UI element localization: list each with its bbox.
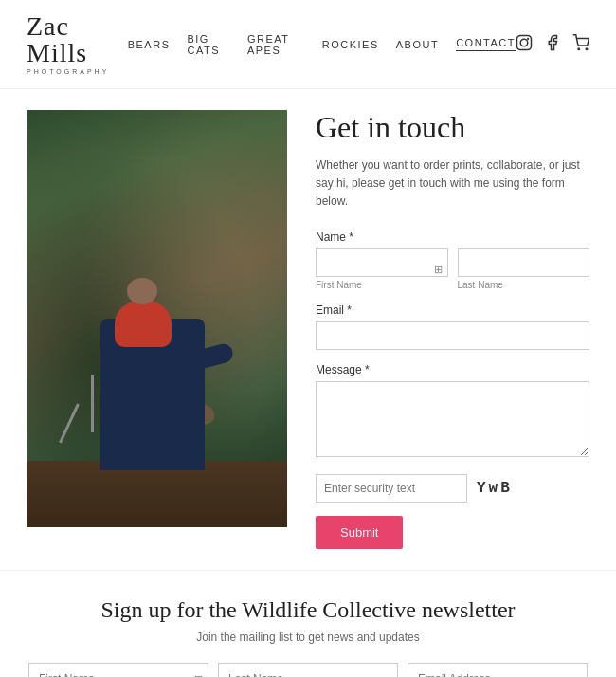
hero-image [27, 110, 287, 527]
captcha-code: YwB [477, 480, 513, 497]
contact-submit-button[interactable]: Submit [316, 516, 403, 549]
name-group: Name * ⊞ First Name Last Name [316, 230, 589, 290]
newsletter-first-name-icon: ⊞ [194, 672, 203, 677]
newsletter-last-name-wrap [218, 663, 398, 677]
svg-point-4 [586, 48, 588, 50]
nav-bears[interactable]: BEARS [128, 39, 171, 50]
nav-great-apes[interactable]: GREAT APES [247, 33, 305, 56]
svg-point-1 [520, 39, 528, 46]
email-group: Email * [316, 303, 589, 350]
first-name-input[interactable] [316, 248, 448, 277]
newsletter-first-name-input[interactable] [28, 663, 208, 677]
last-name-input[interactable] [458, 248, 590, 277]
newsletter-heading: Sign up for the Wildlife Collective news… [27, 597, 589, 623]
svg-point-3 [578, 48, 580, 50]
first-name-sublabel: First Name [316, 280, 448, 290]
hood-figure [115, 300, 172, 347]
photographer-figure [82, 281, 233, 470]
first-name-wrap: ⊞ First Name [316, 248, 448, 290]
captcha-input[interactable] [316, 474, 467, 503]
ground-overlay [27, 461, 287, 527]
svg-rect-0 [517, 35, 532, 49]
site-header: Zac Mills Photography BEARS BIG CATS GRE… [0, 0, 616, 89]
newsletter-last-name-input[interactable] [218, 663, 398, 677]
nav-about[interactable]: ABOUT [396, 39, 439, 50]
first-name-icon: ⊞ [434, 263, 443, 275]
email-label: Email * [316, 303, 589, 317]
name-label: Name * [316, 230, 589, 244]
nav-contact[interactable]: CONTACT [456, 37, 516, 51]
message-input[interactable] [316, 381, 589, 457]
main-content: Get in touch Whether you want to order p… [0, 89, 616, 570]
instagram-icon[interactable] [516, 34, 533, 55]
contact-heading: Get in touch [316, 110, 589, 145]
social-icons [516, 34, 589, 55]
contact-intro: Whether you want to order prints, collab… [316, 156, 589, 211]
logo[interactable]: Zac Mills Photography [27, 13, 128, 75]
cart-icon[interactable] [572, 34, 589, 55]
newsletter-section: Sign up for the Wildlife Collective news… [0, 570, 616, 677]
last-name-wrap: Last Name [458, 248, 590, 290]
nav-rockies[interactable]: ROCKIES [322, 39, 379, 50]
captcha-row: YwB [316, 474, 589, 503]
newsletter-email-input[interactable] [408, 663, 588, 677]
name-row: ⊞ First Name Last Name [316, 248, 589, 290]
facebook-icon[interactable] [544, 34, 561, 55]
newsletter-email-wrap [408, 663, 588, 677]
head-figure [127, 278, 157, 304]
nav-big-cats[interactable]: BIG CATS [187, 33, 229, 56]
newsletter-first-name-wrap: ⊞ [28, 663, 208, 677]
contact-form-area: Get in touch Whether you want to order p… [316, 110, 589, 549]
message-label: Message * [316, 363, 589, 376]
last-name-sublabel: Last Name [458, 280, 590, 290]
logo-subtitle: Photography [27, 68, 109, 75]
message-group: Message * [316, 363, 589, 461]
logo-script: Zac Mills [27, 13, 128, 66]
newsletter-fields-row: ⊞ [27, 663, 589, 677]
main-nav: BEARS BIG CATS GREAT APES ROCKIES ABOUT … [128, 33, 516, 56]
newsletter-subtext: Join the mailing list to get news and up… [27, 631, 589, 644]
svg-point-2 [527, 37, 529, 39]
tripod-figure [91, 375, 94, 432]
email-input[interactable] [316, 321, 589, 350]
